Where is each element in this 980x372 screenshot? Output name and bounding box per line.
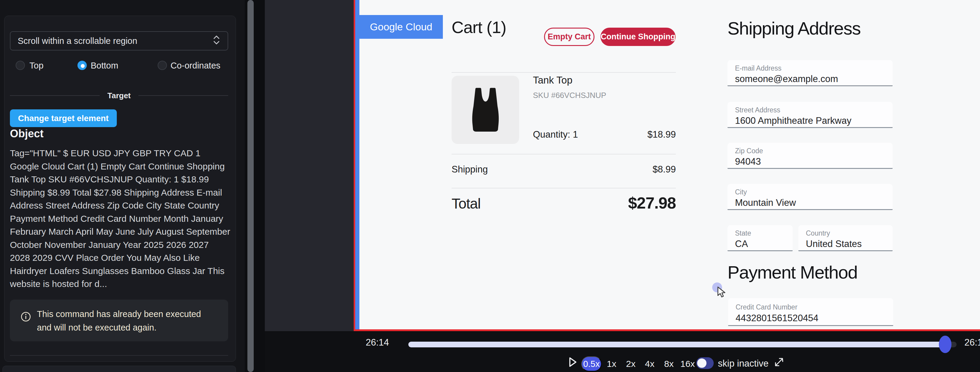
speed-chip-4x[interactable]: 4x <box>645 359 654 369</box>
cart-divider <box>452 72 676 73</box>
panel-divider <box>10 355 228 356</box>
state-label: State <box>735 229 751 237</box>
zip-code-field[interactable]: Zip Code 94043 <box>727 143 892 169</box>
object-text: Tag="HTML" $ EUR USD JPY GBP TRY CAD 1 G… <box>10 147 231 291</box>
payment-method-heading: Payment Method <box>727 262 858 283</box>
cart-title: Cart (1) <box>452 18 506 37</box>
play-icon <box>568 356 578 368</box>
google-cloud-badge: Google Cloud <box>360 15 443 39</box>
scroll-indicator-bar <box>355 0 360 329</box>
info-icon <box>21 311 31 323</box>
street-address-value: 1600 Amphitheatre Parkway <box>735 115 851 126</box>
app-screen: Scroll within a scrollable region Top Bo… <box>0 0 980 372</box>
country-label: Country <box>806 229 830 237</box>
speed-chip-2x[interactable]: 2x <box>626 359 636 369</box>
divider-line <box>138 95 228 96</box>
object-heading: Object <box>10 128 43 140</box>
tank-top-image <box>452 76 519 144</box>
current-time-label: 26:14 <box>366 337 389 348</box>
fullscreen-button[interactable] <box>773 356 785 369</box>
progress-thumb[interactable] <box>939 336 951 353</box>
command-type-value: Scroll within a scrollable region <box>18 36 213 46</box>
command-type-select[interactable]: Scroll within a scrollable region <box>10 31 228 51</box>
expand-icon <box>773 356 785 368</box>
speed-chip-1x[interactable]: 1x <box>607 359 616 369</box>
speed-chip-16x[interactable]: 16x <box>680 359 695 369</box>
total-price: $27.98 <box>571 193 676 212</box>
cart-divider <box>452 154 676 155</box>
scroll-position-options: Top Bottom Co-ordinates <box>10 60 228 72</box>
mouse-cursor-icon <box>717 286 727 299</box>
email-field[interactable]: E-mail Address someone@example.com <box>727 60 892 86</box>
toggle-knob <box>697 358 706 368</box>
cart-divider <box>452 188 676 188</box>
city-value: Mountain View <box>735 197 796 208</box>
street-address-field[interactable]: Street Address 1600 Amphitheatre Parkway <box>727 102 892 128</box>
email-field-value: someone@example.com <box>735 73 838 85</box>
skip-inactive-label: skip inactive <box>718 358 768 369</box>
change-target-button[interactable]: Change target element <box>10 109 117 127</box>
credit-card-value: 4432801561520454 <box>736 313 818 324</box>
command-panel: Scroll within a scrollable region Top Bo… <box>0 0 245 372</box>
product-sku: SKU #66VCHSJNUP <box>533 91 606 100</box>
credit-card-number-field[interactable]: Credit Card Number 4432801561520454 <box>728 298 893 326</box>
country-value: United States <box>806 239 862 249</box>
email-field-label: E-mail Address <box>735 64 781 72</box>
credit-card-label: Credit Card Number <box>736 303 797 311</box>
state-field[interactable]: State CA <box>727 225 793 251</box>
radio-top[interactable] <box>16 61 25 70</box>
product-name: Tank Top <box>533 75 572 86</box>
city-field[interactable]: City Mountain View <box>727 184 892 210</box>
notice-box: This command has already been executed a… <box>10 300 228 342</box>
zip-code-label: Zip Code <box>735 147 763 155</box>
notice-text: This command has already been executed a… <box>37 307 214 334</box>
target-section-label: Target <box>108 91 131 101</box>
zip-code-value: 94043 <box>735 156 761 167</box>
shipping-address-heading: Shipping Address <box>727 18 861 39</box>
skip-inactive-toggle[interactable] <box>696 357 714 369</box>
panel-scrollbar-track <box>245 0 265 372</box>
progress-fill <box>408 342 945 347</box>
product-quantity: Quantity: 1 <box>533 129 578 140</box>
next-command-card <box>2 366 236 372</box>
continue-shopping-button[interactable]: Continue Shopping <box>600 28 676 46</box>
end-time-label: 26:1 <box>964 337 980 348</box>
radio-top-label[interactable]: Top <box>29 61 43 70</box>
progress-track[interactable] <box>408 342 956 347</box>
divider-line <box>10 95 100 96</box>
play-button[interactable] <box>568 356 578 369</box>
select-chevron-icon <box>213 35 220 47</box>
replayed-webpage: Google Cloud Cart (1) Empty Cart Continu… <box>360 0 980 329</box>
target-section-divider: Target <box>10 91 228 101</box>
radio-bottom-label[interactable]: Bottom <box>91 61 118 70</box>
shipping-label: Shipping <box>452 164 488 175</box>
replay-stage-background <box>265 0 354 331</box>
total-label: Total <box>452 195 480 212</box>
city-label: City <box>735 188 747 196</box>
shipping-price: $8.99 <box>610 164 676 175</box>
empty-cart-button[interactable]: Empty Cart <box>544 28 595 46</box>
state-value: CA <box>735 239 748 249</box>
speed-chip-8x[interactable]: 8x <box>664 359 674 369</box>
product-price: $18.99 <box>610 129 676 140</box>
panel-scrollbar-thumb[interactable] <box>247 0 254 372</box>
street-address-label: Street Address <box>735 106 780 114</box>
radio-bottom[interactable] <box>78 61 87 70</box>
radio-coordinates[interactable] <box>158 61 167 70</box>
country-field[interactable]: Country United States <box>799 225 892 251</box>
radio-coordinates-label[interactable]: Co-ordinates <box>170 61 220 70</box>
speed-chip-0-5x[interactable]: 0.5x <box>581 356 602 371</box>
